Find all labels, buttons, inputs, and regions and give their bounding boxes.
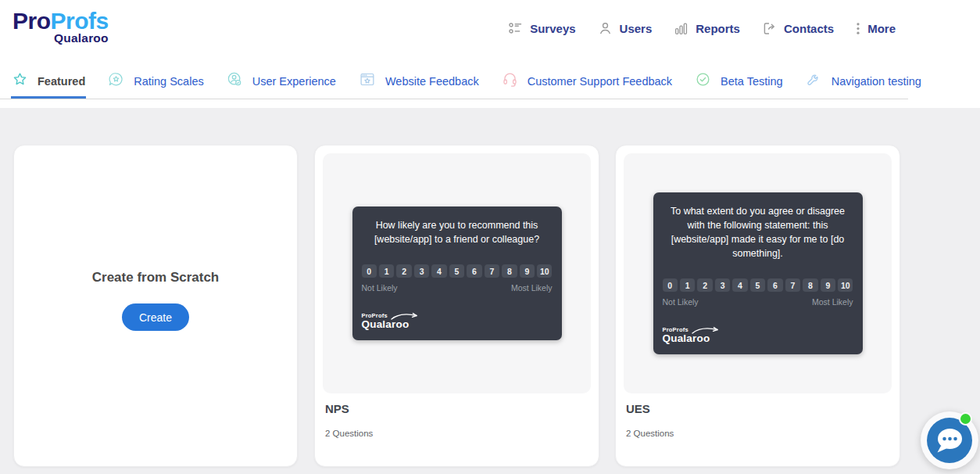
tab-user-experience[interactable]: User Experience bbox=[226, 66, 337, 99]
surveys-icon bbox=[508, 21, 523, 36]
qualaroo-watermark-logo: ProProfs Qualaroo bbox=[362, 312, 410, 329]
reports-icon bbox=[674, 21, 689, 36]
person-check-icon bbox=[227, 71, 243, 91]
ues-preview-area: To what extent do you agree or disagree … bbox=[624, 153, 892, 393]
nav-label: More bbox=[867, 22, 896, 35]
nav-item-more[interactable]: More bbox=[856, 21, 896, 36]
ues-scale: 012345678910 bbox=[663, 278, 853, 292]
survey-question-text: To what extent do you agree or disagree … bbox=[663, 204, 853, 261]
tab-label: Rating Scales bbox=[134, 75, 203, 88]
scale-number-button[interactable]: 8 bbox=[502, 264, 517, 278]
nps-card-footer: NPS 2 Questions bbox=[325, 402, 588, 438]
scale-labels: Not Likely Most Likely bbox=[362, 283, 553, 293]
tab-label: Featured bbox=[38, 75, 85, 88]
more-icon bbox=[856, 21, 860, 36]
scale-number-button[interactable]: 9 bbox=[821, 278, 835, 292]
scale-number-button[interactable]: 3 bbox=[715, 278, 730, 292]
check-circle-icon bbox=[695, 71, 711, 91]
scale-number-button[interactable]: 1 bbox=[379, 264, 394, 278]
scale-number-button[interactable]: 7 bbox=[785, 278, 800, 292]
scale-number-button[interactable]: 2 bbox=[697, 278, 712, 292]
nav-item-surveys[interactable]: Surveys bbox=[508, 21, 575, 36]
category-tabstrip: Featured Rating Scales User bbox=[0, 56, 980, 108]
tab-beta-testing[interactable]: Beta Testing bbox=[694, 66, 784, 99]
top-navigation: Surveys Users Reports bbox=[508, 0, 896, 56]
scale-number-button[interactable]: 5 bbox=[449, 264, 464, 278]
scratch-card-title: Create from Scratch bbox=[92, 270, 220, 285]
proprofs-qualaroo-logo[interactable]: ProProfs Qualaroo bbox=[13, 9, 109, 45]
browser-star-icon bbox=[359, 71, 376, 91]
tab-customer-support-feedback[interactable]: Customer Support Feedback bbox=[501, 66, 673, 99]
scale-number-button[interactable]: 4 bbox=[732, 278, 747, 292]
template-question-count: 2 Questions bbox=[325, 429, 588, 438]
template-card-ues[interactable]: To what extent do you agree or disagree … bbox=[615, 145, 900, 467]
nps-scale: 012345678910 bbox=[362, 264, 553, 278]
survey-question-text: How likely are you to recommend this [we… bbox=[362, 218, 553, 246]
star-icon bbox=[12, 71, 28, 91]
scale-number-button[interactable]: 0 bbox=[663, 278, 678, 292]
tab-label: Beta Testing bbox=[721, 75, 783, 88]
scale-number-button[interactable]: 3 bbox=[414, 264, 429, 278]
contacts-icon bbox=[762, 21, 777, 36]
swoosh-arrow-icon bbox=[691, 325, 724, 336]
tab-label: Customer Support Feedback bbox=[528, 75, 672, 88]
scale-right-label: Most Likely bbox=[511, 283, 553, 293]
tab-label: User Experience bbox=[252, 75, 336, 88]
scale-number-button[interactable]: 0 bbox=[362, 264, 377, 278]
logo-profs-text: Profs bbox=[51, 8, 109, 34]
scale-number-button[interactable]: 1 bbox=[680, 278, 695, 292]
nps-survey-preview: How likely are you to recommend this [we… bbox=[352, 206, 562, 340]
create-from-scratch-card: Create from Scratch Create bbox=[13, 145, 298, 467]
tab-label: Navigation testing bbox=[832, 75, 921, 88]
template-question-count: 2 Questions bbox=[626, 429, 889, 438]
scale-number-button[interactable]: 5 bbox=[750, 278, 765, 292]
scale-number-button[interactable]: 6 bbox=[767, 278, 782, 292]
headset-icon bbox=[502, 71, 518, 91]
logo-wordmark: ProProfs bbox=[13, 8, 109, 34]
scale-right-label: Most Likely bbox=[812, 297, 853, 307]
swoosh-arrow-icon bbox=[390, 311, 423, 321]
tabstrip-divider bbox=[0, 99, 908, 99]
category-tabs: Featured Rating Scales User bbox=[11, 66, 943, 99]
scale-number-button[interactable]: 6 bbox=[467, 264, 481, 278]
template-name: NPS bbox=[325, 402, 588, 415]
scale-number-button[interactable]: 4 bbox=[431, 264, 446, 278]
nps-preview-area: How likely are you to recommend this [we… bbox=[323, 153, 591, 393]
app-header: ProProfs Qualaroo Surveys Users bbox=[0, 0, 980, 56]
nav-item-reports[interactable]: Reports bbox=[674, 21, 740, 36]
wrench-icon bbox=[806, 71, 822, 91]
nav-item-contacts[interactable]: Contacts bbox=[762, 21, 834, 36]
scale-number-button[interactable]: 2 bbox=[396, 264, 411, 278]
ues-survey-preview: To what extent do you agree or disagree … bbox=[653, 192, 863, 355]
scale-number-button[interactable]: 9 bbox=[520, 264, 535, 278]
scale-number-button[interactable]: 10 bbox=[838, 278, 853, 292]
tab-rating-scales[interactable]: Rating Scales bbox=[107, 66, 204, 99]
tab-featured[interactable]: Featured bbox=[11, 66, 86, 99]
qualaroo-watermark-logo: ProProfs Qualaroo bbox=[663, 326, 710, 343]
template-name: UES bbox=[626, 402, 889, 415]
templates-content-area: Create from Scratch Create How likely ar… bbox=[0, 108, 980, 474]
create-button[interactable]: Create bbox=[122, 303, 189, 331]
scale-left-label: Not Likely bbox=[362, 283, 398, 293]
scale-number-button[interactable]: 8 bbox=[803, 278, 817, 292]
template-card-nps[interactable]: How likely are you to recommend this [we… bbox=[314, 145, 599, 467]
scale-left-label: Not Likely bbox=[663, 297, 699, 307]
nav-item-users[interactable]: Users bbox=[598, 21, 653, 36]
logo-pro-text: Pro bbox=[13, 8, 51, 34]
nav-label: Reports bbox=[696, 22, 740, 35]
nav-label: Surveys bbox=[530, 22, 575, 35]
scale-number-button[interactable]: 7 bbox=[485, 264, 499, 278]
nav-label: Contacts bbox=[784, 22, 834, 35]
tab-navigation-testing[interactable]: Navigation testing bbox=[805, 66, 922, 99]
bubble-star-icon bbox=[108, 71, 124, 91]
ues-card-footer: UES 2 Questions bbox=[626, 402, 889, 438]
nav-label: Users bbox=[620, 22, 653, 35]
tab-label: Website Feedback bbox=[385, 75, 479, 88]
online-status-dot bbox=[959, 412, 972, 426]
scale-number-button[interactable]: 10 bbox=[537, 264, 552, 278]
tab-website-feedback[interactable]: Website Feedback bbox=[358, 66, 480, 99]
users-icon bbox=[598, 21, 613, 36]
scale-labels: Not Likely Most Likely bbox=[663, 297, 853, 307]
